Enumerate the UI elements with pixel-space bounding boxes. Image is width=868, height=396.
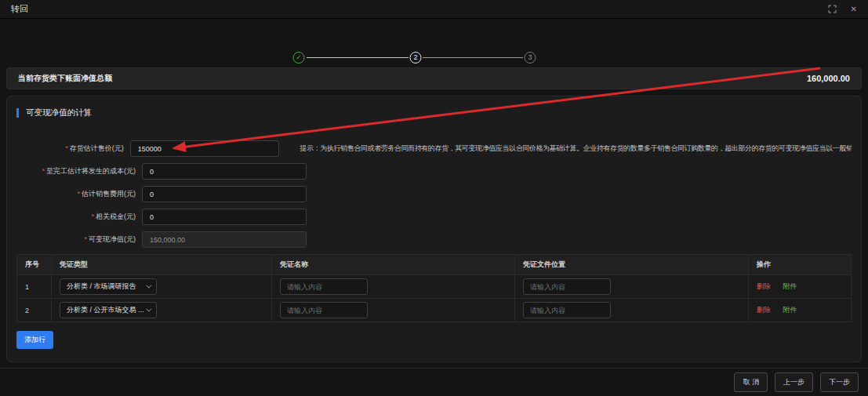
step-2-circle: 2 <box>410 52 422 64</box>
selling-expense-input[interactable] <box>142 186 307 202</box>
add-row-button[interactable]: 添加行 <box>16 331 53 349</box>
cost-to-complete-input[interactable] <box>142 163 307 180</box>
close-icon[interactable]: ✕ <box>851 5 857 13</box>
header-doc-name: 凭证名称 <box>272 255 515 275</box>
step-1-check-icon: ✓ <box>293 52 305 64</box>
field-label: *估计销售费用(元) <box>16 189 142 199</box>
table-header-row: 序号 凭证类型 凭证名称 凭证文件位置 操作 <box>17 255 852 275</box>
field-row-cost-to-complete: *至完工估计将发生的成本(元) <box>16 163 852 180</box>
doc-type-value: 分析类 / 市场调研报告 <box>67 282 136 292</box>
header-doc-type: 凭证类型 <box>52 255 272 275</box>
table-row: 2 分析类 / 公开市场交易 ... 删除 附件 <box>17 299 852 322</box>
step-3-circle: 3 <box>525 52 536 64</box>
nrv-result-input <box>142 231 307 248</box>
doc-name-input[interactable] <box>280 278 368 295</box>
doc-location-input[interactable] <box>523 278 611 295</box>
estimated-price-input[interactable] <box>130 140 280 157</box>
header-index: 序号 <box>17 255 52 275</box>
field-label: *至完工估计将发生的成本(元) <box>16 166 142 176</box>
required-mark: * <box>77 190 80 198</box>
fullscreen-icon[interactable] <box>828 5 837 13</box>
header-doc-location: 凭证文件位置 <box>515 255 749 275</box>
delete-row-link[interactable]: 删除 <box>757 306 771 314</box>
field-label: *存货估计售价(元) <box>16 144 130 154</box>
step-connector-2 <box>423 57 523 58</box>
doc-location-input[interactable] <box>523 302 611 318</box>
chevron-down-icon <box>146 307 151 312</box>
cancel-button[interactable]: 取 消 <box>734 372 768 392</box>
step-connector-1 <box>307 57 409 58</box>
field-row-related-tax: *相关税金(元) <box>16 209 852 225</box>
field-row-nrv: *可变现净值(元) <box>16 231 852 248</box>
header-actions: 操作 <box>749 255 852 275</box>
field-label: *可变现净值(元) <box>16 234 142 245</box>
window-title: 转回 <box>11 3 28 15</box>
nrv-hint-text: 提示：为执行销售合同或者劳务合同而持有的存货，其可变现净值应当以合同价格为基础计… <box>300 144 852 154</box>
section-title-text: 可变现净值的计算 <box>26 107 92 118</box>
attachment-link[interactable]: 附件 <box>783 306 797 314</box>
section-accent-bar <box>16 108 19 118</box>
field-label: *相关税金(元) <box>16 212 142 222</box>
delete-row-link[interactable]: 删除 <box>757 282 771 290</box>
row-index: 1 <box>17 275 52 299</box>
section-title: 可变现净值的计算 <box>16 107 852 118</box>
doc-type-value: 分析类 / 公开市场交易 ... <box>67 305 144 315</box>
row-index: 2 <box>17 299 52 322</box>
next-step-button[interactable]: 下一步 <box>820 372 859 392</box>
wizard-stepper: ✓ 确认转回迹象 2 确认可转回金额 3 分摊转回总额 <box>0 24 868 63</box>
required-mark: * <box>91 213 94 220</box>
dialog-footer: 取 消 上一步 下一步 <box>0 368 868 396</box>
summary-bar: 当前存货类下账面净值总额 160,000.00 <box>6 67 862 89</box>
table-row: 1 分析类 / 市场调研报告 删除 附件 <box>17 275 852 299</box>
summary-label: 当前存货类下账面净值总额 <box>18 73 112 84</box>
required-mark: * <box>84 235 87 243</box>
window-titlebar: 转回 ✕ <box>0 0 868 19</box>
nrv-calculation-panel: 可变现净值的计算 *存货估计售价(元) 提示：为执行销售合同或者劳务合同而持有的… <box>6 96 862 362</box>
doc-type-select[interactable]: 分析类 / 市场调研报告 <box>60 278 157 295</box>
evidence-table: 序号 凭证类型 凭证名称 凭证文件位置 操作 1 分析类 / 市场调研报告 <box>16 254 852 322</box>
field-row-selling-expense: *估计销售费用(元) <box>16 186 852 202</box>
attachment-link[interactable]: 附件 <box>783 282 797 290</box>
doc-type-select[interactable]: 分析类 / 公开市场交易 ... <box>60 302 157 318</box>
doc-name-input[interactable] <box>280 302 368 318</box>
related-tax-input[interactable] <box>142 209 307 225</box>
summary-value: 160,000.00 <box>807 74 850 83</box>
titlebar-icons: ✕ <box>828 5 857 13</box>
required-mark: * <box>42 167 45 175</box>
field-row-estimated-price: *存货估计售价(元) 提示：为执行销售合同或者劳务合同而持有的存货，其可变现净值… <box>16 140 852 157</box>
required-mark: * <box>65 144 68 152</box>
prev-step-button[interactable]: 上一步 <box>775 372 813 392</box>
chevron-down-icon <box>146 283 151 289</box>
